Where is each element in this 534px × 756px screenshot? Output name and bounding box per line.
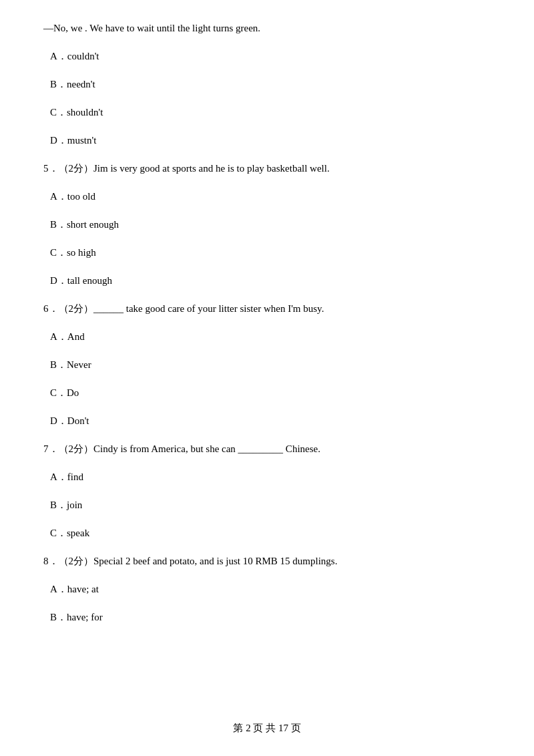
option-7c: C．speak [43, 525, 491, 541]
question-8: 8．（2分）Special 2 beef and potato, and is … [43, 553, 491, 569]
option-5c: C．so high [43, 244, 491, 260]
option-7a: A．find [43, 469, 491, 485]
option-8a: A．have; at [43, 581, 491, 597]
question-5: 5．（2分）Jim is very good at sports and he … [43, 160, 491, 176]
option-5b: B．short enough [43, 216, 491, 232]
page-footer: 第 2 页 共 17 页 [0, 720, 534, 736]
option-6c: C．Do [43, 385, 491, 401]
intro-line: —No, we . We have to wait until the ligh… [43, 20, 491, 36]
option-4c: C．shouldn't [43, 104, 491, 120]
question-6: 6．（2分）______ take good care of your litt… [43, 301, 491, 317]
question-7: 7．（2分）Cindy is from America, but she can… [43, 441, 491, 457]
option-4a: A．couldn't [43, 48, 491, 64]
option-6d: D．Don't [43, 413, 491, 429]
option-6b: B．Never [43, 357, 491, 373]
option-6a: A．And [43, 329, 491, 345]
option-7b: B．join [43, 497, 491, 513]
option-4b: B．needn't [43, 76, 491, 92]
option-5d: D．tall enough [43, 272, 491, 289]
option-8b: B．have; for [43, 609, 491, 625]
option-5a: A．too old [43, 188, 491, 204]
option-4d: D．mustn't [43, 132, 491, 148]
